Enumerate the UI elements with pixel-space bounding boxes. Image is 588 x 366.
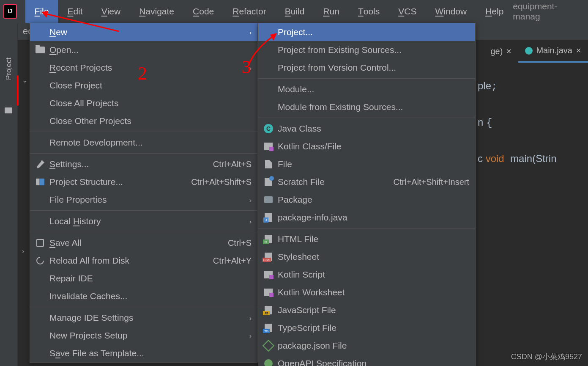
- new-menu-item-10[interactable]: Scratch FileCtrl+Alt+Shift+Insert: [258, 173, 475, 191]
- file-menu-item-16[interactable]: Reload All from DiskCtrl+Alt+Y: [30, 252, 257, 270]
- menu-item-label: package-info.java: [278, 212, 347, 223]
- close-icon[interactable]: ✕: [576, 47, 581, 55]
- menu-code[interactable]: Code: [183, 0, 223, 23]
- menu-build[interactable]: Build: [276, 0, 314, 23]
- file-menu-item-13[interactable]: Local History›: [30, 212, 257, 230]
- menu-tools[interactable]: Tools: [349, 0, 389, 23]
- new-menu-item-19[interactable]: TypeScript File: [258, 319, 475, 337]
- file-menu-item-18[interactable]: Invalidate Caches...: [30, 287, 257, 305]
- menu-item-label: Kotlin Class/File: [278, 141, 342, 151]
- new-menu-item-12[interactable]: package-info.java: [258, 209, 475, 226]
- menu-item-label: Manage IDE Settings: [49, 313, 133, 323]
- menu-item-label: Open...: [49, 45, 79, 55]
- file-menu-dropdown: New›Open...Recent Projects›Close Project…: [30, 23, 258, 363]
- new-submenu-dropdown: Project...Project from Existing Sources.…: [258, 23, 476, 366]
- project-name-label: equipment-manag: [513, 1, 585, 22]
- new-menu-item-21[interactable]: OpenAPI Specification: [258, 355, 475, 366]
- editor-tab[interactable]: ge) ✕: [484, 40, 518, 63]
- menu-navigate[interactable]: Navigate: [130, 0, 183, 23]
- pinfo-icon: [263, 212, 273, 223]
- new-menu-item-20[interactable]: package.json File: [258, 337, 475, 355]
- new-menu-item-1[interactable]: Project from Existing Sources...: [258, 41, 475, 59]
- separator: [30, 210, 257, 211]
- node-icon: [263, 341, 273, 351]
- menu-view[interactable]: View: [92, 0, 130, 23]
- menu-item-label: Close Project: [49, 80, 102, 91]
- file-menu-item-21[interactable]: New Projects Setup›: [30, 327, 257, 344]
- file-menu-item-7[interactable]: Remote Development...: [30, 134, 257, 151]
- new-menu-item-9[interactable]: File: [258, 155, 475, 173]
- menubar: IJ FileEditViewNavigateCodeRefactorBuild…: [0, 0, 588, 23]
- file-menu-item-0[interactable]: New›: [30, 23, 257, 41]
- new-menu-item-4[interactable]: Module...: [258, 80, 475, 98]
- menu-run[interactable]: Run: [314, 0, 349, 23]
- file-icon: [263, 159, 273, 169]
- menu-refactor[interactable]: Refactor: [223, 0, 275, 23]
- file-menu-item-20[interactable]: Manage IDE Settings›: [30, 309, 257, 327]
- menu-item-label: JavaScript File: [278, 305, 336, 315]
- file-menu-item-17[interactable]: Repair IDE: [30, 270, 257, 287]
- menu-item-label: Invalidate Caches...: [49, 291, 127, 301]
- folder-icon[interactable]: [5, 107, 12, 113]
- close-icon[interactable]: ✕: [506, 47, 511, 55]
- new-menu-item-18[interactable]: JavaScript File: [258, 301, 475, 319]
- file-menu-item-1[interactable]: Open...: [30, 41, 257, 59]
- folder-icon: [35, 45, 45, 55]
- menu-item-label: Save All: [49, 238, 82, 248]
- code-editor[interactable]: ple; n { c void main(Strin: [478, 77, 556, 168]
- file-menu-item-4[interactable]: Close All Projects: [30, 94, 257, 112]
- menu-item-label: OpenAPI Specification: [278, 358, 366, 366]
- submenu-arrow-icon: ›: [249, 29, 252, 36]
- editor-tab-active[interactable]: Main.java ✕: [518, 40, 588, 63]
- new-menu-item-7[interactable]: CJava Class: [258, 120, 475, 138]
- new-menu-item-15[interactable]: Stylesheet: [258, 248, 475, 266]
- separator: [258, 78, 475, 79]
- menu-item-label: Recent Projects: [49, 63, 112, 73]
- new-menu-item-14[interactable]: HTML File: [258, 230, 475, 248]
- js-icon: [263, 305, 273, 315]
- menu-item-label: File: [278, 159, 292, 169]
- struct-icon: [35, 177, 45, 187]
- reload-icon: [35, 256, 45, 266]
- file-menu-item-2[interactable]: Recent Projects›: [30, 59, 257, 77]
- new-menu-item-2[interactable]: Project from Version Control...: [258, 59, 475, 77]
- new-menu-item-11[interactable]: Package: [258, 191, 475, 209]
- tree-expand-icon[interactable]: ⌄: [22, 76, 27, 84]
- new-menu-item-16[interactable]: Kotlin Script: [258, 266, 475, 283]
- menu-window[interactable]: Window: [426, 0, 476, 23]
- separator: [30, 153, 257, 154]
- swag-icon: [263, 358, 273, 366]
- menu-item-label: New Projects Setup: [49, 330, 127, 341]
- editor-tabs: ge) ✕ Main.java ✕: [484, 40, 588, 63]
- menu-item-label: HTML File: [278, 234, 318, 244]
- ts-icon: [263, 323, 273, 333]
- menu-item-label: Kotlin Worksheet: [278, 287, 345, 297]
- shortcut-label: Ctrl+Alt+Y: [213, 256, 252, 266]
- file-menu-item-22[interactable]: Save File as Template...: [30, 344, 257, 362]
- file-menu-item-10[interactable]: Project Structure...Ctrl+Alt+Shift+S: [30, 173, 257, 191]
- file-menu-item-3[interactable]: Close Project: [30, 77, 257, 94]
- file-menu-item-11[interactable]: File Properties›: [30, 191, 257, 209]
- submenu-arrow-icon: ›: [249, 314, 252, 322]
- new-menu-item-5[interactable]: Module from Existing Sources...: [258, 98, 475, 116]
- menu-vcs[interactable]: VCS: [389, 0, 426, 23]
- file-menu-item-9[interactable]: Settings...Ctrl+Alt+S: [30, 155, 257, 173]
- menu-help[interactable]: Help: [476, 0, 513, 23]
- file-menu-item-5[interactable]: Close Other Projects: [30, 112, 257, 130]
- menu-edit[interactable]: Edit: [58, 0, 92, 23]
- k-icon: [263, 270, 273, 280]
- shortcut-label: Ctrl+S: [228, 238, 252, 248]
- menu-file[interactable]: File: [25, 0, 58, 23]
- new-menu-item-8[interactable]: Kotlin Class/File: [258, 138, 475, 155]
- separator: [258, 118, 475, 118]
- tree-expand-icon[interactable]: ›: [22, 248, 24, 255]
- menu-item-label: Kotlin Script: [278, 270, 325, 280]
- submenu-arrow-icon: ›: [249, 218, 252, 225]
- new-menu-item-17[interactable]: Kotlin Worksheet: [258, 283, 475, 301]
- tab-label: ge): [490, 47, 503, 56]
- separator: [30, 132, 257, 132]
- watermark: CSDN @小菜鸡9527: [511, 352, 582, 362]
- file-menu-item-15[interactable]: Save AllCtrl+S: [30, 234, 257, 252]
- new-menu-item-0[interactable]: Project...: [258, 23, 475, 41]
- project-tool-label[interactable]: Project: [5, 58, 13, 80]
